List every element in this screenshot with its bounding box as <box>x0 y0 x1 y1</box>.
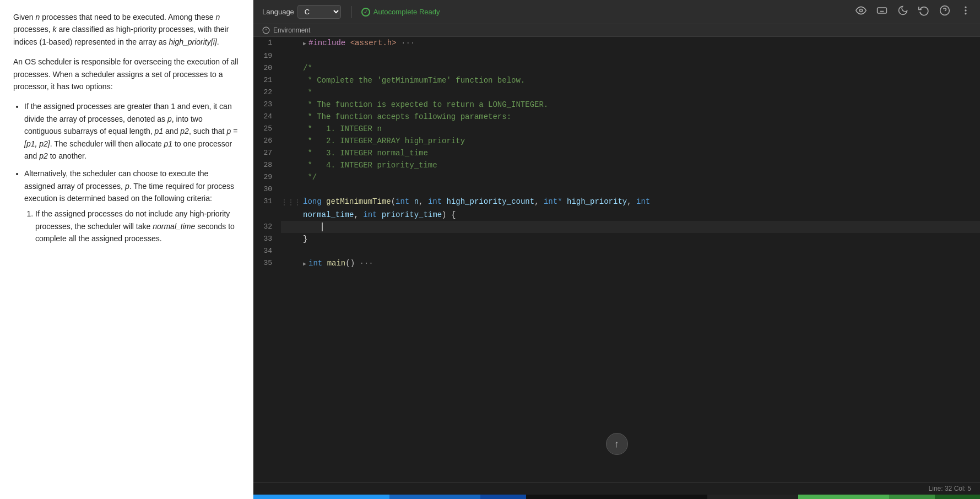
environment-label: Environment <box>273 26 310 34</box>
line-content: * 4. INTEGER priority_time <box>301 159 980 171</box>
line-number: 20 <box>253 62 281 74</box>
line-number: 32 <box>253 221 281 233</box>
color-segment-8 <box>935 495 980 499</box>
gutter <box>281 257 301 270</box>
line-col-indicator: Line: 32 Col: 5 <box>929 485 971 492</box>
gutter <box>281 62 301 74</box>
table-row: 26 * 2. INTEGER_ARRAY high_priority <box>253 135 980 147</box>
theme-icon[interactable] <box>897 5 908 19</box>
line-number: 31 <box>253 196 281 209</box>
table-row: normal_time, int priority_time) { <box>253 209 980 221</box>
gutter <box>281 99 301 111</box>
gutter <box>281 123 301 135</box>
line-content <box>301 183 980 196</box>
autocomplete-icon: ✓ <box>361 8 370 17</box>
problem-paragraph-2: An OS scheduler is responsible for overs… <box>13 56 240 93</box>
option-2: Alternatively, the scheduler can choose … <box>24 167 240 245</box>
toolbar-icons <box>856 5 971 19</box>
gutter <box>281 245 301 257</box>
gutter <box>281 159 301 171</box>
svg-point-0 <box>860 9 863 12</box>
help-icon[interactable] <box>939 5 950 19</box>
gutter <box>281 171 301 183</box>
line-number: 21 <box>253 74 281 86</box>
gutter <box>281 135 301 147</box>
gutter <box>281 221 301 233</box>
line-number: 25 <box>253 123 281 135</box>
options-list: If the assigned processes are greater th… <box>24 100 240 245</box>
line-content[interactable] <box>301 221 980 233</box>
color-segment-3 <box>480 495 526 499</box>
table-row: 1 ▶#include <assert.h> ··· <box>253 37 980 50</box>
table-row: 27 * 3. INTEGER normal_time <box>253 147 980 159</box>
line-content: ▶int main() ··· <box>301 257 980 270</box>
language-selector-group: Language C C++ Java Python <box>262 5 341 19</box>
gutter <box>281 209 301 221</box>
gutter <box>281 86 301 99</box>
color-segment-4 <box>526 495 708 499</box>
line-number: 28 <box>253 159 281 171</box>
option-1: If the assigned processes are greater th… <box>24 100 240 162</box>
table-row: 30 <box>253 183 980 196</box>
line-number: 33 <box>253 233 281 245</box>
table-row: 31 ⋮⋮⋮ long getMinimumTime(int n, int hi… <box>253 196 980 209</box>
table-row: 23 * The function is expected to return … <box>253 99 980 111</box>
editor-toolbar: Language C C++ Java Python ✓ Autocomplet… <box>253 0 980 24</box>
color-segment-1 <box>253 495 389 499</box>
table-row: 28 * 4. INTEGER priority_time <box>253 159 980 171</box>
table-row: 22 * <box>253 86 980 99</box>
line-content: /* <box>301 62 980 74</box>
scroll-top-button[interactable]: ↑ <box>606 433 628 455</box>
line-content: * Complete the 'getMinimumTime' function… <box>301 74 980 86</box>
toolbar-divider-1 <box>351 6 351 18</box>
problem-paragraph-1: Given n processes that need to be execut… <box>13 11 240 48</box>
gutter <box>281 233 301 245</box>
table-row: 32 <box>253 221 980 233</box>
line-content: ▶#include <assert.h> ··· <box>301 37 980 50</box>
gutter <box>281 37 301 50</box>
gutter <box>281 183 301 196</box>
table-row: 19 <box>253 50 980 62</box>
keyboard-icon[interactable] <box>876 5 887 19</box>
gutter <box>281 74 301 86</box>
collapse-arrow[interactable]: ▶ <box>303 41 306 47</box>
line-number: 1 <box>253 37 281 50</box>
gutter: ⋮⋮⋮ <box>281 196 301 209</box>
svg-rect-1 <box>878 8 887 13</box>
line-content: * 3. INTEGER normal_time <box>301 147 980 159</box>
code-lines-table: 1 ▶#include <assert.h> ··· 19 20 /* <box>253 37 980 270</box>
line-content: * <box>301 86 980 99</box>
svg-point-4 <box>965 7 966 8</box>
criteria-1: If the assigned processes do not include… <box>35 208 240 245</box>
line-number: 30 <box>253 183 281 196</box>
line-number: 24 <box>253 111 281 123</box>
history-icon[interactable] <box>918 5 929 19</box>
line-number: 29 <box>253 171 281 183</box>
environment-bar: Environment <box>253 24 980 37</box>
eye-icon[interactable] <box>856 5 867 19</box>
language-select[interactable]: C C++ Java Python <box>297 5 341 19</box>
problem-description: Given n processes that need to be execut… <box>0 0 253 499</box>
color-segment-7 <box>889 495 934 499</box>
color-bar <box>253 495 980 499</box>
info-icon <box>262 26 270 34</box>
code-editor[interactable]: 1 ▶#include <assert.h> ··· 19 20 /* <box>253 37 980 482</box>
svg-point-6 <box>965 13 966 14</box>
line-number: 26 <box>253 135 281 147</box>
line-content: * 1. INTEGER n <box>301 123 980 135</box>
criteria-list: If the assigned processes do not include… <box>35 208 240 245</box>
language-label: Language <box>262 8 294 16</box>
line-number-status: 32 <box>945 485 952 492</box>
more-icon[interactable] <box>960 5 971 19</box>
svg-point-5 <box>965 10 966 11</box>
table-row: 20 /* <box>253 62 980 74</box>
line-content: normal_time, int priority_time) { <box>301 209 980 221</box>
line-content: * The function is expected to return a L… <box>301 99 980 111</box>
table-row: 33 } <box>253 233 980 245</box>
line-number: 35 <box>253 257 281 270</box>
line-content: */ <box>301 171 980 183</box>
line-content <box>301 50 980 62</box>
table-row: 24 * The function accepts following para… <box>253 111 980 123</box>
table-row: 35 ▶int main() ··· <box>253 257 980 270</box>
collapse-arrow[interactable]: ▶ <box>303 261 306 267</box>
